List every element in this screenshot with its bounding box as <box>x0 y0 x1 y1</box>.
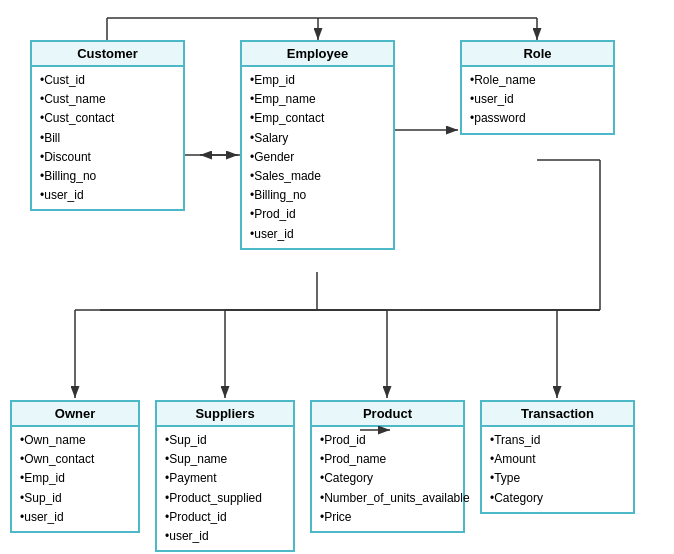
field: •Emp_name <box>250 90 385 109</box>
field: •Prod_name <box>320 450 455 469</box>
transaction-header: Transaction <box>482 402 633 427</box>
customer-header: Customer <box>32 42 183 67</box>
role-body: •Role_name •user_id •password <box>462 67 613 133</box>
field: •Salary <box>250 129 385 148</box>
field: •Cust_contact <box>40 109 175 128</box>
suppliers-header: Suppliers <box>157 402 293 427</box>
field: •Prod_id <box>320 431 455 450</box>
field: •Own_contact <box>20 450 130 469</box>
field: •Billing_no <box>40 167 175 186</box>
field: •user_id <box>20 508 130 527</box>
field: •Payment <box>165 469 285 488</box>
owner-header: Owner <box>12 402 138 427</box>
field: •Sup_id <box>20 489 130 508</box>
field: •Trans_id <box>490 431 625 450</box>
transaction-body: •Trans_id •Amount •Type •Category <box>482 427 633 512</box>
field: •Sup_name <box>165 450 285 469</box>
field: •Emp_id <box>250 71 385 90</box>
field: •Product_id <box>165 508 285 527</box>
employee-body: •Emp_id •Emp_name •Emp_contact •Salary •… <box>242 67 393 248</box>
owner-body: •Own_name •Own_contact •Emp_id •Sup_id •… <box>12 427 138 531</box>
entity-customer: Customer •Cust_id •Cust_name •Cust_conta… <box>30 40 185 211</box>
field: •user_id <box>250 225 385 244</box>
field: •Billing_no <box>250 186 385 205</box>
field: •Role_name <box>470 71 605 90</box>
field: •Bill <box>40 129 175 148</box>
product-header: Product <box>312 402 463 427</box>
field: •Number_of_units_available <box>320 489 455 508</box>
entity-transaction: Transaction •Trans_id •Amount •Type •Cat… <box>480 400 635 514</box>
field: •Amount <box>490 450 625 469</box>
field: •Emp_id <box>20 469 130 488</box>
field: •Sup_id <box>165 431 285 450</box>
diagram-container: Customer •Cust_id •Cust_name •Cust_conta… <box>0 0 674 554</box>
entity-employee: Employee •Emp_id •Emp_name •Emp_contact … <box>240 40 395 250</box>
field: •Type <box>490 469 625 488</box>
employee-header: Employee <box>242 42 393 67</box>
field: •user_id <box>165 527 285 546</box>
field: •Prod_id <box>250 205 385 224</box>
field: •user_id <box>470 90 605 109</box>
field: •Gender <box>250 148 385 167</box>
entity-role: Role •Role_name •user_id •password <box>460 40 615 135</box>
product-body: •Prod_id •Prod_name •Category •Number_of… <box>312 427 463 531</box>
role-header: Role <box>462 42 613 67</box>
field: •Product_supplied <box>165 489 285 508</box>
field: •Own_name <box>20 431 130 450</box>
field: •user_id <box>40 186 175 205</box>
field: •Emp_contact <box>250 109 385 128</box>
field: •Discount <box>40 148 175 167</box>
field: •Category <box>490 489 625 508</box>
suppliers-body: •Sup_id •Sup_name •Payment •Product_supp… <box>157 427 293 550</box>
entity-suppliers: Suppliers •Sup_id •Sup_name •Payment •Pr… <box>155 400 295 552</box>
field: •Cust_name <box>40 90 175 109</box>
field: •password <box>470 109 605 128</box>
field: •Cust_id <box>40 71 175 90</box>
entity-product: Product •Prod_id •Prod_name •Category •N… <box>310 400 465 533</box>
field: •Sales_made <box>250 167 385 186</box>
field: •Price <box>320 508 455 527</box>
field: •Category <box>320 469 455 488</box>
entity-owner: Owner •Own_name •Own_contact •Emp_id •Su… <box>10 400 140 533</box>
customer-body: •Cust_id •Cust_name •Cust_contact •Bill … <box>32 67 183 209</box>
